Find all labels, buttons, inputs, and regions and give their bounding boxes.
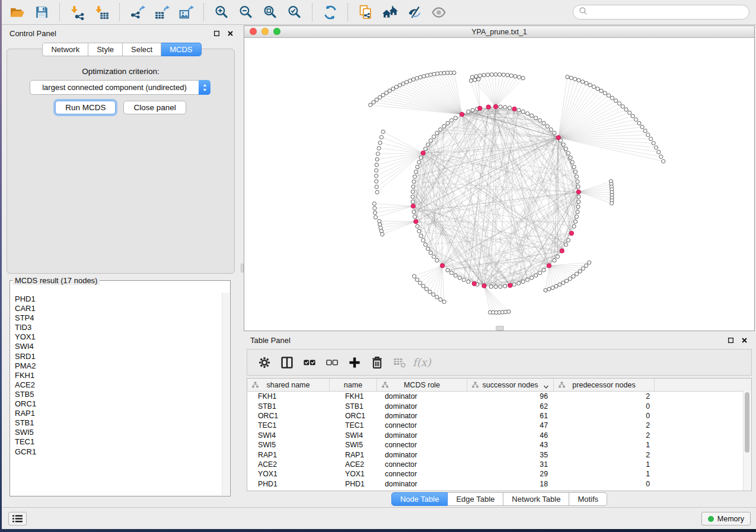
cell: FKH1 (247, 392, 330, 400)
show-all-columns-icon[interactable] (298, 351, 321, 374)
apply-layout-icon[interactable] (318, 1, 342, 23)
zoom-selected-icon[interactable] (282, 1, 307, 23)
table-row[interactable]: ACE2ACE2connector311 (247, 460, 751, 469)
header-filler (655, 379, 751, 391)
mcds-result-node[interactable]: ACE2 (15, 380, 222, 390)
zoom-out-icon[interactable] (234, 1, 258, 23)
window-maximize-icon[interactable] (273, 28, 280, 35)
window-minimize-icon[interactable] (261, 28, 269, 35)
table-row[interactable]: ORC1ORC1dominator610 (247, 411, 751, 421)
mcds-result-node[interactable]: SRD1 (15, 352, 222, 361)
tab-motifs[interactable]: Motifs (569, 492, 607, 506)
status-menu-button[interactable] (8, 512, 27, 525)
mcds-result-node[interactable]: TEC1 (15, 437, 222, 447)
tree-icon (251, 382, 259, 390)
table-settings-icon[interactable] (253, 351, 276, 374)
mcds-result-node[interactable]: STB1 (15, 418, 222, 428)
cell: SWI4 (247, 431, 330, 440)
cell: 96 (467, 392, 554, 400)
table-row[interactable]: SWI4SWI4dominator462 (247, 431, 751, 440)
tab-node-table[interactable]: Node Table (391, 492, 448, 506)
close-panel-icon[interactable] (227, 30, 234, 37)
network-from-selection-icon[interactable] (353, 1, 378, 23)
table-row[interactable]: SWI5SWI5connector431 (247, 440, 751, 450)
cell: YOX1 (247, 470, 330, 478)
cell: TEC1 (247, 421, 330, 430)
delete-column-icon[interactable] (366, 351, 388, 374)
close-panel-button[interactable]: Close panel (123, 101, 186, 114)
mcds-result-node[interactable]: CAR1 (15, 304, 222, 313)
table-scrollbar[interactable] (743, 391, 751, 491)
status-bar: Memory (2, 507, 756, 529)
tab-edge-table[interactable]: Edge Table (448, 492, 503, 506)
cell: 35 (467, 451, 554, 459)
table-row[interactable]: FKH1FKH1dominator962 (247, 392, 751, 401)
column-layout-icon[interactable] (276, 351, 298, 374)
window-close-icon[interactable] (250, 28, 257, 35)
mcds-result-node[interactable]: STB5 (15, 390, 222, 399)
network-canvas[interactable] (244, 38, 754, 331)
mcds-result-node[interactable]: STP4 (15, 313, 222, 323)
save-session-icon[interactable] (30, 1, 54, 23)
mcds-result-node[interactable]: GCR1 (15, 447, 222, 457)
open-icon[interactable] (5, 1, 30, 23)
tab-mcds[interactable]: MCDS (161, 43, 201, 56)
mcds-result-node[interactable]: SWI5 (15, 428, 222, 437)
float-panel-icon[interactable] (727, 336, 735, 344)
zoom-fit-icon[interactable] (258, 1, 282, 23)
tab-network[interactable]: Network (42, 43, 88, 56)
mcds-result-node[interactable]: YOX1 (15, 332, 222, 342)
export-image-icon[interactable] (174, 1, 198, 23)
mcds-result-node[interactable]: TID3 (15, 323, 222, 332)
tab-select[interactable]: Select (123, 43, 161, 56)
cell: SWI5 (247, 441, 330, 449)
run-mcds-button[interactable]: Run MCDS (55, 101, 116, 114)
float-panel-icon[interactable] (213, 30, 221, 37)
table-row[interactable]: TEC1TEC1connector472 (247, 421, 751, 430)
column-header-predecessor-nodes[interactable]: predecessor nodes (554, 379, 655, 391)
network-graph[interactable] (244, 38, 754, 331)
mcds-result-node[interactable]: SWI4 (15, 342, 222, 351)
export-network-icon[interactable] (125, 1, 149, 23)
table-header-row: shared namenameMCDS rolesuccessor nodesp… (247, 379, 751, 392)
hide-all-columns-icon[interactable] (321, 351, 343, 374)
horizontal-splitter[interactable] (496, 326, 504, 331)
import-network-icon[interactable] (65, 1, 90, 23)
table-row[interactable]: YOX1YOX1connector291 (247, 469, 751, 479)
main-toolbar (2, 0, 756, 25)
cell: ORC1 (247, 412, 330, 420)
import-table-icon[interactable] (90, 1, 114, 23)
scrollbar-thumb[interactable] (745, 392, 749, 453)
column-header-MCDS-role[interactable]: MCDS role (377, 379, 467, 391)
search-input[interactable] (591, 7, 744, 17)
mcds-result-node[interactable]: ORC1 (15, 399, 222, 409)
tab-style[interactable]: Style (88, 43, 123, 56)
export-table-icon[interactable] (149, 1, 174, 23)
mcds-result-node[interactable]: PMA2 (15, 361, 222, 371)
column-header-name[interactable]: name (330, 379, 377, 391)
close-panel-icon[interactable] (741, 336, 748, 344)
cell: TEC1 (330, 421, 377, 430)
column-header-successor-nodes[interactable]: successor nodes (467, 379, 554, 391)
table-row[interactable]: PHD1PHD1dominator180 (247, 479, 751, 489)
table-row[interactable]: RAP1RAP1dominator352 (247, 450, 751, 459)
mcds-list-scrollbar[interactable] (222, 293, 229, 495)
first-neighbors-icon[interactable] (378, 1, 402, 23)
table-row[interactable]: STB1STB1dominator620 (247, 401, 751, 411)
tab-network-table[interactable]: Network Table (503, 492, 569, 506)
criterion-select[interactable]: largest connected component (undirected) (30, 80, 210, 95)
mcds-result-node[interactable]: PHD1 (15, 294, 222, 304)
hide-selected-icon[interactable] (402, 1, 426, 23)
zoom-in-icon[interactable] (209, 1, 234, 23)
show-all-icon[interactable] (426, 1, 451, 23)
column-header-shared-name[interactable]: shared name (247, 379, 330, 391)
memory-button[interactable]: Memory (701, 512, 751, 525)
control-panel-title: Control Panel (9, 29, 56, 38)
mcds-result-node[interactable]: RAP1 (15, 409, 222, 418)
tree-icon (471, 382, 479, 390)
cell: ACE2 (330, 460, 377, 469)
mcds-result-node[interactable]: FKH1 (15, 371, 222, 380)
search-box[interactable] (573, 5, 749, 20)
add-column-icon[interactable] (343, 351, 366, 374)
mcds-result-list: PHD1CAR1STP4TID3YOX1SWI4SRD1PMA2FKH1ACE2… (11, 293, 222, 495)
